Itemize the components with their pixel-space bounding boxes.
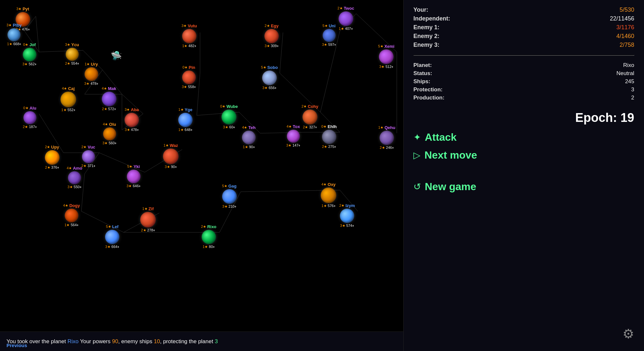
info-row-protection: Protection: 3	[413, 86, 634, 93]
planet-jof[interactable]: 0★ Jof3★ 562♦	[22, 42, 36, 66]
planet-cohy[interactable]: 2★ Cohy2★ 327♦	[302, 104, 318, 129]
planet-twoc[interactable]: 2★ Twoc1★ 407♦	[338, 6, 354, 31]
planet-ycu[interactable]: 3★ Ycu2★ 554♦	[65, 42, 79, 66]
planet-olu[interactable]: 4★ Olu3★ 560♦	[102, 122, 116, 145]
previous-button[interactable]: Previous	[7, 343, 27, 348]
planet-pyt[interactable]: 3★ Pyt2★ 476♦	[16, 6, 30, 32]
epoch-display: Epoch: 19	[413, 111, 634, 125]
planet-pin[interactable]: 0★ Pin3★ 558♦	[182, 65, 196, 89]
planet-name-upy: Upy	[51, 145, 59, 150]
stat-row-enemy1: Enemy 1: 3/1176	[413, 24, 634, 31]
stat-row-enemy2: Enemy 2: 4/1460	[413, 33, 634, 40]
planet-circle-qehu	[380, 131, 394, 145]
planet-stars: 0★	[23, 106, 29, 110]
planet-vutu[interactable]: 3★ Vutu1★ 482♦	[181, 23, 197, 48]
protection-label: Protection:	[413, 86, 443, 93]
planet-xemi[interactable]: 5★ Xemi3★ 512♦	[378, 44, 395, 69]
planet-name-olu: Olu	[109, 122, 116, 127]
svg-line-22	[340, 190, 358, 211]
planet-sobo[interactable]: 5★ Sobo3★ 656♦	[261, 65, 278, 90]
protection-val: 3	[631, 86, 634, 93]
planet-info-section: Planet: Rixo Status: Neutral Ships: 245 …	[413, 62, 634, 101]
svg-line-15	[99, 153, 145, 172]
planet-stars: 0★	[23, 43, 28, 47]
planet-circle-vuc	[82, 150, 95, 163]
your-label: Your:	[413, 6, 428, 13]
status-text: You took over the planet Rixo Your power…	[7, 338, 218, 345]
planet-stars: 4★	[67, 166, 72, 170]
ship-suffix: ♦	[334, 145, 336, 149]
ship-stars: 2★	[81, 164, 87, 168]
planet-tox[interactable]: 4★ Tox3★ 147♦	[286, 124, 300, 148]
planet-stars: 5★	[222, 184, 227, 188]
planet-amo[interactable]: 4★ Amo3★ 550♦	[67, 166, 82, 189]
new-game-button[interactable]: ↺ New game	[413, 181, 634, 193]
planet-alu[interactable]: 0★ Alu2★ 187♦	[23, 106, 37, 129]
planet-ehlh[interactable]: 0★ Ehlh2★ 275♦	[321, 124, 337, 149]
planet-uni[interactable]: 5★ Uni3★ 597♦	[322, 23, 336, 47]
planet-name-vuc: Vuc	[87, 145, 95, 150]
planet-circle-ycu	[66, 48, 79, 61]
planet-yge[interactable]: 1★ Yge1★ 648♦	[178, 107, 193, 132]
svg-line-25	[197, 112, 239, 115]
spaceship-icon: 🛸	[111, 50, 122, 61]
next-move-button[interactable]: ▷ Next move	[413, 149, 634, 161]
ship-suffix: ♦	[97, 82, 99, 85]
planet-zif[interactable]: 1★ Zif2★ 278♦	[140, 206, 156, 232]
planet-lef[interactable]: 5★ Lef3★ 664♦	[105, 224, 119, 249]
planet-circle-cohy	[302, 110, 317, 124]
ship-suffix: ♦	[352, 224, 354, 228]
planet-circle-dogy	[65, 209, 78, 222]
planet-name-sobo: Sobo	[267, 65, 278, 70]
planet-dogy[interactable]: 4★ Dogy1★ 564♦	[63, 203, 80, 227]
planet-qehu[interactable]: 1★ Qehu2★ 246♦	[378, 125, 395, 150]
attack-button[interactable]: ✦ Attack	[413, 131, 634, 143]
planet-egy[interactable]: 2★ Egy3★ 309♦	[264, 23, 279, 48]
ship-suffix: ♦	[392, 65, 394, 69]
planet-wube[interactable]: 0★ Wube3★ 60♦	[220, 104, 238, 129]
ship-suffix: ♦	[351, 27, 353, 31]
planet-stars: 4★	[242, 125, 247, 130]
planet-waz[interactable]: 1★ Waz3★ 90♦	[163, 143, 179, 169]
planet-ury[interactable]: 1★ Ury3★ 478♦	[84, 62, 98, 86]
ship-suffix: ♦	[299, 143, 301, 147]
ship-suffix: ♦	[195, 44, 196, 48]
svg-line-5	[85, 70, 102, 94]
planet-yki[interactable]: 5★ Yki3★ 646♦	[127, 164, 141, 188]
planet-vuc[interactable]: 2★ Vuc2★ 371♦	[81, 145, 95, 168]
stat-row-enemy3: Enemy 3: 2/758	[413, 42, 634, 48]
ship-stars: 3★	[182, 85, 187, 89]
planet-gag[interactable]: 5★ Gag3★ 210♦	[222, 184, 237, 209]
planet-teh[interactable]: 4★ Teh1★ 90♦	[242, 125, 256, 149]
planet-circle-plby	[7, 28, 20, 41]
planet-mak[interactable]: 4★ Mak2★ 572♦	[102, 86, 116, 111]
planet-circle-rixo	[202, 230, 216, 244]
ship-count: 560	[109, 141, 114, 145]
planet-stars: 4★	[321, 182, 327, 187]
svg-line-3	[83, 50, 102, 70]
ship-count: 512	[385, 65, 391, 69]
ship-count: 476	[22, 27, 28, 31]
planet-circle-olu	[103, 127, 116, 140]
ship-suffix: ♦	[117, 245, 119, 249]
your-val: 5/530	[620, 6, 634, 13]
planet-rixo[interactable]: 2★ Rixo1★ 80♦	[201, 224, 216, 249]
ship-count: 246	[386, 146, 392, 150]
ship-stars: 1★	[7, 42, 12, 46]
settings-button[interactable]: ⚙	[623, 326, 634, 341]
ship-suffix: ♦	[175, 165, 177, 169]
planet-plby[interactable]: 3★ Plby1★ 668♦	[7, 23, 22, 46]
planet-aba[interactable]: 3★ Aba3★ 478♦	[125, 107, 139, 132]
production-label: Production:	[413, 95, 444, 101]
planet-caj[interactable]: 4★ Caj1★ 552♦	[60, 86, 76, 112]
svg-line-9	[122, 114, 143, 130]
planet-oxy[interactable]: 4★ Oxy1★ 576♦	[321, 182, 336, 208]
planet-name-uni: Uni	[329, 23, 336, 28]
planet-upy[interactable]: 2★ Upy2★ 376♦	[45, 145, 60, 170]
ship-stars: 3★	[340, 224, 345, 228]
ship-count: 407	[345, 27, 351, 31]
svg-line-0	[24, 16, 36, 31]
ship-stars: 1★	[178, 128, 183, 132]
planet-name-ehlh: Ehlh	[328, 124, 337, 129]
planet-izym[interactable]: 2★ Izym3★ 574♦	[339, 203, 355, 228]
